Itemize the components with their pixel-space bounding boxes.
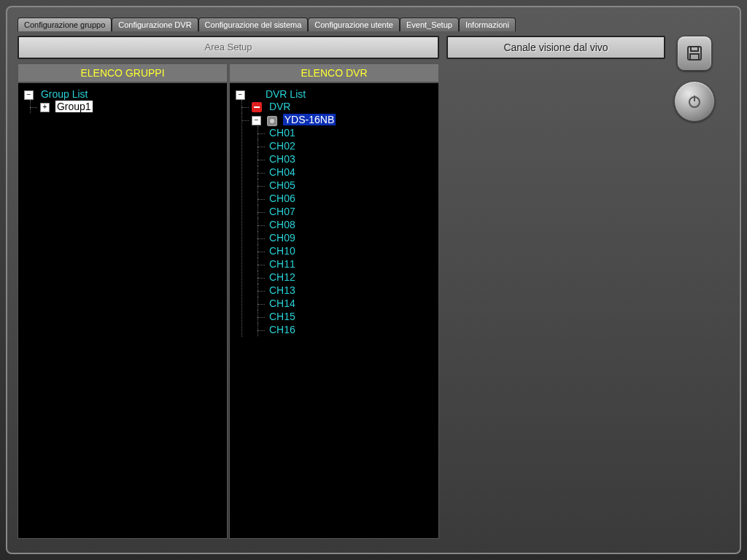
channel-label[interactable]: CH05 (268, 179, 297, 191)
tab-event-setup[interactable]: Event_Setup (400, 18, 459, 31)
channel-label[interactable]: CH07 (268, 206, 297, 217)
tree-item[interactable]: DVR (250, 100, 436, 113)
tree-item[interactable]: CH02 (266, 139, 436, 152)
header-text: ELENCO DVR (301, 67, 367, 79)
channel-label[interactable]: CH16 (268, 324, 297, 335)
groups-header: ELENCO GRUPPI (18, 63, 228, 82)
dvrs-header: ELENCO DVR (229, 63, 439, 82)
tab-label: Configurazione gruppo (24, 20, 105, 29)
tree-item[interactable]: CH10 (266, 244, 436, 257)
channel-label[interactable]: CH04 (268, 166, 297, 178)
save-button[interactable] (677, 36, 712, 71)
button-label: Area Setup (204, 42, 252, 52)
save-icon (686, 44, 703, 62)
tree-item[interactable]: CH06 (266, 192, 436, 205)
channel-label[interactable]: CH11 (268, 258, 297, 270)
channel-label[interactable]: CH01 (268, 127, 297, 139)
right-toolbar (673, 36, 716, 539)
tab-label: Configurazione utente (314, 20, 393, 29)
svg-rect-2 (690, 54, 699, 60)
channel-label[interactable]: CH06 (268, 192, 297, 204)
dvr-list-root-label[interactable]: DVR List (264, 88, 307, 100)
group-item-label[interactable]: Group1 (55, 101, 93, 112)
tree-root[interactable]: − Group List + Group1 (23, 88, 224, 114)
group-list-root-label[interactable]: Group List (39, 88, 90, 100)
svg-rect-1 (691, 47, 698, 51)
tree-item[interactable]: CH01 (266, 126, 436, 139)
tree-item[interactable]: CH03 (266, 152, 436, 166)
channel-label[interactable]: CH13 (268, 284, 297, 296)
expand-icon[interactable]: + (40, 103, 50, 112)
tree-item[interactable]: CH11 (266, 257, 436, 271)
tree-item[interactable]: − YDS-16NB CH01CH02CH03CH04CH05CH06CH07C… (250, 113, 436, 336)
channel-label[interactable]: CH08 (268, 219, 297, 230)
tab-label: Informazioni (465, 20, 509, 29)
tab-bar: Configurazione gruppo Configurazione DVR… (18, 18, 729, 31)
main-area: Area Setup ELENCO GRUPPI ELENCO DVR − Gr… (18, 36, 729, 539)
tree-item[interactable]: + Group1 (39, 100, 224, 113)
tree-item[interactable]: CH16 (266, 323, 436, 336)
tab-label: Configurazione DVR (118, 20, 191, 29)
dvr-node-label[interactable]: DVR (268, 101, 293, 112)
tree-root[interactable]: − DVR List DVR − (234, 88, 436, 338)
column-headers: ELENCO GRUPPI ELENCO DVR (18, 63, 439, 82)
tree-item[interactable]: CH05 (266, 179, 436, 192)
collapse-icon[interactable]: − (24, 90, 34, 100)
channel-label[interactable]: CH15 (268, 311, 297, 322)
channel-label[interactable]: CH03 (268, 153, 297, 165)
channel-list: CH01CH02CH03CH04CH05CH06CH07CH08CH09CH10… (252, 126, 436, 336)
collapse-icon[interactable]: − (252, 116, 261, 125)
power-button[interactable] (674, 81, 715, 122)
button-label: Canale visione dal vivo (503, 42, 608, 53)
tree-item[interactable]: CH07 (266, 205, 436, 218)
tree-item[interactable]: CH13 (266, 284, 436, 297)
tab-config-user[interactable]: Configurazione utente (308, 18, 400, 31)
collapse-icon[interactable]: − (236, 90, 245, 100)
live-channel-button[interactable]: Canale visione dal vivo (446, 36, 665, 59)
tab-config-dvr[interactable]: Configurazione DVR (112, 18, 198, 31)
tree-item[interactable]: CH04 (266, 166, 436, 179)
stop-icon (252, 102, 262, 112)
tree-item[interactable]: CH15 (266, 310, 436, 323)
device-icon (267, 116, 277, 126)
tab-info[interactable]: Informazioni (459, 18, 516, 31)
area-setup-button[interactable]: Area Setup (18, 36, 439, 59)
mid-block: Canale visione dal vivo (446, 36, 665, 539)
tree-item[interactable]: CH09 (266, 231, 436, 244)
channel-label[interactable]: CH12 (268, 271, 297, 283)
trees-row: − Group List + Group1 (18, 82, 439, 539)
header-text: ELENCO GRUPPI (80, 67, 164, 79)
tab-config-system[interactable]: Configurazione del sistema (198, 18, 309, 31)
tree-item[interactable]: CH08 (266, 218, 436, 231)
app-frame: Configurazione gruppo Configurazione DVR… (0, 0, 747, 560)
tree-item[interactable]: CH14 (266, 297, 436, 310)
channel-label[interactable]: CH02 (268, 140, 297, 152)
channel-label[interactable]: CH09 (268, 232, 297, 244)
dvr-tree[interactable]: − DVR List DVR − (229, 82, 439, 539)
inner-panel: Configurazione gruppo Configurazione DVR… (6, 6, 741, 554)
group-tree[interactable]: − Group List + Group1 (18, 82, 228, 539)
tab-label: Configurazione del sistema (205, 20, 302, 29)
tree-item[interactable]: CH12 (266, 271, 436, 284)
left-block: Area Setup ELENCO GRUPPI ELENCO DVR − Gr… (18, 36, 439, 539)
device-label[interactable]: YDS-16NB (283, 114, 336, 125)
tab-label: Event_Setup (406, 20, 452, 29)
power-icon (686, 93, 703, 110)
channel-label[interactable]: CH14 (268, 298, 297, 309)
channel-label[interactable]: CH10 (268, 245, 297, 257)
tab-config-group[interactable]: Configurazione gruppo (18, 18, 112, 31)
